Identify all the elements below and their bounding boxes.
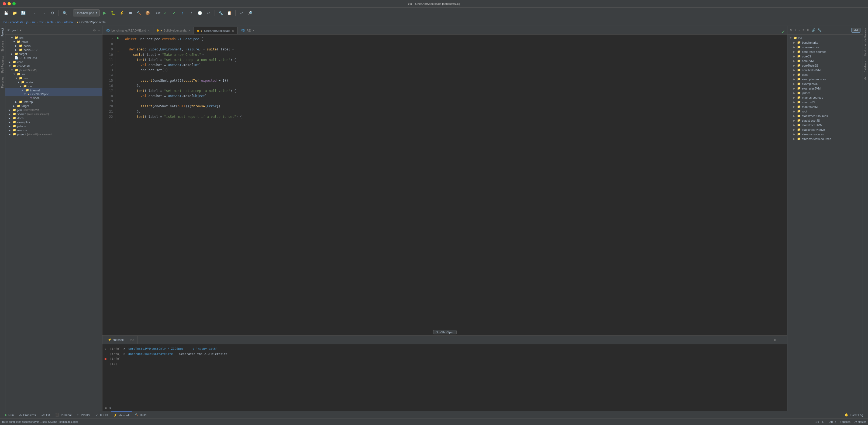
sbt-item-macrosjs[interactable]: ▶ 📁 macrosJS: [787, 100, 863, 104]
git-check-button[interactable]: ✓: [162, 9, 169, 17]
run-tool-button[interactable]: ▶ Run: [2, 411, 17, 419]
git-pull-button[interactable]: ↕: [188, 9, 195, 17]
log-link-2[interactable]: docs/docusaurusCreateSite: [128, 352, 173, 357]
tree-item-scala[interactable]: ▶ 📁 scala: [5, 44, 102, 48]
sbt-item-docs[interactable]: ▶ 📁 docs: [787, 72, 863, 77]
tree-item-scala2[interactable]: ▼ 📁 scala: [5, 80, 102, 84]
breadcrumb-test[interactable]: test: [39, 21, 44, 24]
run-config-dropdown[interactable]: OneShotSpec ▾: [73, 9, 100, 17]
tree-item-jsdocs[interactable]: ▶ 📁 jsdocs: [5, 124, 102, 128]
todo-tool-button[interactable]: ✓ TODO: [93, 411, 111, 419]
git-revert-button[interactable]: ↩: [205, 9, 212, 17]
sbt-item-zio[interactable]: ▼ 📁 zio: [787, 36, 863, 40]
tree-item-target[interactable]: ▶ 📁 target: [5, 52, 102, 56]
sbt-item-jsdocs[interactable]: ▶ 📁 jsdocs: [787, 91, 863, 95]
sbt-item-core-sources[interactable]: ▶ 📁 core-sources: [787, 45, 863, 49]
sbt-shell-tool-button[interactable]: ⚡ sbt shell: [111, 411, 132, 419]
breadcrumb-zio2[interactable]: zio: [57, 21, 60, 24]
tree-item-project[interactable]: ▶ 📁 project [zio-build] sources root: [5, 132, 102, 136]
tree-item-macros[interactable]: ▶ 📁 macros: [5, 128, 102, 132]
coverage-button[interactable]: ⚡: [118, 9, 126, 17]
sbt-item-examplesjvm[interactable]: ▶ 📁 examplesJVM: [787, 86, 863, 91]
sbt-item-streams-tests-sources[interactable]: ▶ 📁 streams-tests-sources: [787, 136, 863, 141]
sbt-item-examples-sources[interactable]: ▶ 📁 examples-sources: [787, 77, 863, 82]
sbt-tab-label[interactable]: sbt: [851, 28, 861, 33]
build-tool-button[interactable]: 🔨 Build: [132, 411, 149, 419]
tree-item-readme[interactable]: ▶ 📄 README.md: [5, 56, 102, 60]
tree-item-src2[interactable]: ▼ 📁 src: [5, 72, 102, 76]
sbt-remove-button[interactable]: −: [799, 28, 800, 32]
bottom-close-button[interactable]: −: [779, 338, 785, 342]
sbt-item-core-tests-sources[interactable]: ▶ 📁 core-tests-sources: [787, 49, 863, 54]
status-position[interactable]: 1:1: [815, 420, 819, 423]
sbt-item-corejs[interactable]: ▶ 📁 coreJS: [787, 54, 863, 59]
run-button[interactable]: ▶: [101, 9, 108, 17]
sbt-wrench-button[interactable]: 🔧: [817, 28, 822, 32]
breadcrumb-zio[interactable]: zio: [3, 21, 7, 24]
wrench-button[interactable]: 🔧: [217, 9, 224, 17]
sbt-item-benchmarks[interactable]: ▶ 📁 benchmarks: [787, 40, 863, 45]
code-editor[interactable]: 78910111213141516171819202122 ▶ ↑: [102, 34, 787, 335]
sbt-add-button[interactable]: +: [795, 28, 796, 32]
sbt-sort-button[interactable]: ⇅: [807, 28, 809, 32]
event-log-button[interactable]: 🔔 Event Log: [842, 411, 866, 419]
tab-oneshotspec[interactable]: ● OneShotSpec.scala ✕: [194, 27, 238, 34]
sbt-item-stacktracerjvm[interactable]: ▶ 📁 stacktracerJVM: [787, 123, 863, 127]
tree-item-interop[interactable]: ▶ 📁 interop: [5, 100, 102, 104]
refresh-button[interactable]: 🔄: [20, 9, 27, 17]
bottom-settings-button[interactable]: ⚙: [772, 338, 779, 342]
tree-item-examples[interactable]: ▶ 📁 examples: [5, 120, 102, 124]
tree-item-jvm[interactable]: ▶ 📁 jvm [coreTestsJVM]: [5, 108, 102, 112]
tree-item-shared[interactable]: ▶ 📁 shared [core-tests-sources]: [5, 112, 102, 116]
inspect-button[interactable]: 🔍: [61, 9, 68, 17]
tree-item-src[interactable]: ▼ 📁 src: [5, 36, 102, 40]
log-link-1[interactable]: coreTestsJVM/testOnly *.ZIOSpec -- -t "h…: [128, 346, 218, 352]
project-settings-button[interactable]: ⚙: [93, 28, 96, 32]
tree-item-target2[interactable]: ▶ 📁 target: [5, 104, 102, 108]
sbt-item-stacktracerjs[interactable]: ▶ 📁 stacktracerJS: [787, 118, 863, 123]
forward-button[interactable]: →: [40, 9, 48, 17]
sbt-item-coretestsjvm[interactable]: ▶ 📁 coreTestsJVM: [787, 68, 863, 72]
right-tab-database[interactable]: Database: [863, 59, 867, 75]
vcs-button[interactable]: 📋: [226, 9, 233, 17]
breadcrumb-scala[interactable]: scala: [46, 21, 54, 24]
sbt-align-button[interactable]: ≡: [803, 28, 804, 32]
sbt-link-button[interactable]: 🔗: [811, 28, 815, 32]
breadcrumb-core-tests[interactable]: core-tests: [10, 21, 23, 24]
sbt-item-corejvm[interactable]: ▶ 📁 coreJVM: [787, 59, 863, 63]
breadcrumb-internal[interactable]: internal: [64, 21, 73, 24]
close-button[interactable]: [3, 2, 6, 5]
right-tab-stardust-article[interactable]: Stardust Article Preview: [863, 26, 867, 59]
tree-item-js[interactable]: ▼ 📁 js [coreTestsJS]: [5, 68, 102, 72]
project-collapse-button[interactable]: −: [98, 28, 100, 32]
left-tab-project[interactable]: Project: [1, 26, 5, 38]
tab-close-icon[interactable]: ✕: [188, 29, 190, 32]
maximize-button[interactable]: [12, 2, 16, 5]
tab-close-icon[interactable]: ✕: [252, 29, 254, 32]
run-gutter-icon[interactable]: ▶: [117, 36, 119, 40]
settings-button[interactable]: ⚙: [49, 9, 56, 17]
terminal-tool-button[interactable]: ⬛ Terminal: [53, 411, 74, 419]
git-tick-button[interactable]: ✔: [170, 9, 178, 17]
sbt-item-stacktracernative[interactable]: ▶ 📁 stacktracerNative: [787, 127, 863, 132]
git-history-button[interactable]: 🕐: [196, 9, 204, 17]
open-button[interactable]: 📁: [11, 9, 18, 17]
tree-item-scala212[interactable]: ▶ 📁 scala-2.12: [5, 48, 102, 52]
tree-item-internal[interactable]: ▼ 📁 internal: [5, 88, 102, 92]
sbt-refresh-button[interactable]: ↻: [789, 28, 792, 32]
save-button[interactable]: 💾: [2, 9, 10, 17]
tree-item-main[interactable]: ▼ 📁 main: [5, 40, 102, 44]
tab-buildhelper[interactable]: ● BuildHelper.scala ✕: [153, 27, 194, 34]
git-push-button[interactable]: ↑: [179, 9, 187, 17]
problems-tool-button[interactable]: ⚠ Problems: [17, 411, 38, 419]
sbt-item-stacktracer-sources[interactable]: ▶ 📁 stacktracer-sources: [787, 114, 863, 118]
tree-item-spec[interactable]: ▶ m spec: [5, 96, 102, 100]
tree-item-core[interactable]: ▶ 📁 core: [5, 60, 102, 64]
debug-button[interactable]: 🐛: [110, 9, 117, 17]
status-indent[interactable]: 2 spaces: [840, 420, 850, 423]
sbt-item-root[interactable]: ▶ 📁 root: [787, 109, 863, 114]
search-everywhere-button[interactable]: 🔎: [246, 9, 254, 17]
tab-close-icon[interactable]: ✕: [148, 29, 150, 32]
tree-item-core-tests[interactable]: ▼ 📁 core-tests: [5, 64, 102, 68]
breadcrumb-js[interactable]: js: [26, 21, 29, 24]
